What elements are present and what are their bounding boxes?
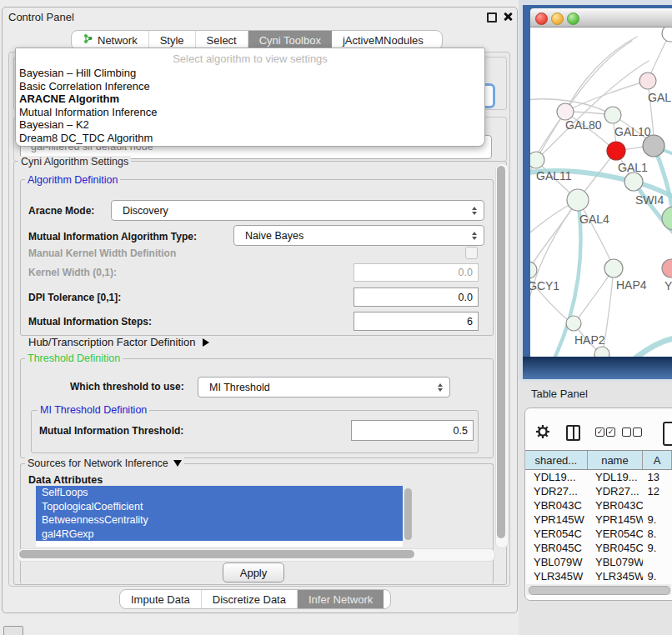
mi-threshold-label: Mutual Information Threshold: xyxy=(39,425,183,437)
tab-jactivemnodules[interactable]: jActiveMNodules xyxy=(332,31,434,49)
table-cell: YBR043C xyxy=(525,498,587,512)
zoom-traffic-light[interactable] xyxy=(567,12,579,25)
gear-icon[interactable] xyxy=(535,424,550,439)
tab-discretize-data[interactable]: Discretize Data xyxy=(202,590,298,608)
tab-label: Style xyxy=(160,34,184,47)
sources-title[interactable]: Sources for Network Inference xyxy=(25,458,184,469)
dpi-tolerance-field[interactable]: 0.0 xyxy=(354,288,479,307)
table-row[interactable]: YBR045CYBR045C9. xyxy=(525,541,672,555)
table-cell xyxy=(643,498,672,512)
data-attributes-list: SelfLoopsTopologicalCoefficientBetweenne… xyxy=(36,486,403,547)
table-row[interactable]: YDL19...YDL19...13 xyxy=(525,470,672,484)
tab-label: jActiveMNodules xyxy=(343,34,424,47)
network-node[interactable] xyxy=(624,172,643,191)
dropdown-item[interactable]: Mutual Information Inference xyxy=(16,106,484,119)
network-node-label: Y xyxy=(664,279,672,292)
network-node-label: SWI4 xyxy=(635,193,664,207)
close-icon[interactable] xyxy=(503,12,513,22)
network-node[interactable] xyxy=(557,103,574,120)
mi-threshold-field[interactable]: 0.5 xyxy=(351,420,474,441)
attributes-scrollbar-thumb[interactable] xyxy=(404,488,412,540)
network-node[interactable] xyxy=(607,142,625,160)
dropdown-item[interactable]: ARACNE Algorithm xyxy=(16,92,484,106)
minimize-traffic-light[interactable] xyxy=(551,12,564,25)
checked-checkbox-icon[interactable]: ✓ xyxy=(606,428,615,437)
unchecked-checkbox-icon[interactable] xyxy=(622,428,631,437)
tab-cyni-toolbox[interactable]: Cyni Toolbox xyxy=(248,31,332,49)
column-header[interactable]: name xyxy=(588,451,643,469)
network-edge[interactable] xyxy=(532,200,578,265)
network-node-label: HAP4 xyxy=(616,278,647,292)
network-node[interactable] xyxy=(566,316,581,331)
network-window-frame-shadow xyxy=(523,357,672,379)
network-node[interactable] xyxy=(604,107,621,123)
table-row[interactable]: YBR043CYBR043C xyxy=(525,498,672,512)
table-row[interactable]: YBL079WYBL079W xyxy=(525,555,672,569)
table-horizontal-scrollbar-thumb[interactable] xyxy=(529,586,670,595)
table-panel-title: Table Panel xyxy=(531,388,588,400)
network-node[interactable] xyxy=(530,152,544,168)
table-cell xyxy=(643,555,672,569)
tab-style[interactable]: Style xyxy=(149,31,196,49)
minimized-panel-box[interactable] xyxy=(3,626,23,635)
aracne-mode-combo[interactable]: Discovery xyxy=(111,200,484,221)
node-table: shared...nameAYDL19...YDL19...13YDR27...… xyxy=(525,450,672,598)
tab-select[interactable]: Select xyxy=(196,31,248,49)
table-cell: 9. xyxy=(643,512,672,527)
kernel-width-field[interactable]: 0.0 xyxy=(354,263,479,282)
column-header[interactable]: A xyxy=(643,451,672,469)
network-edge[interactable] xyxy=(530,200,578,310)
close-traffic-light[interactable] xyxy=(535,12,548,25)
float-window-icon[interactable] xyxy=(487,12,497,22)
table-row[interactable]: YPR145WYPR145W9. xyxy=(525,512,672,527)
tab-impute-data[interactable]: Impute Data xyxy=(120,590,202,608)
network-node[interactable] xyxy=(604,259,623,278)
table-function-icon[interactable] xyxy=(663,422,672,446)
tab-infer-network[interactable]: Infer Network xyxy=(298,590,384,608)
attribute-item[interactable]: gal4RGexp xyxy=(36,528,403,542)
settings-vertical-scrollbar-thumb[interactable] xyxy=(497,166,505,538)
network-node[interactable] xyxy=(639,72,656,89)
dropdown-item[interactable]: Dream8 DC_TDC Algorithm xyxy=(16,132,484,145)
algorithm-definition-title: Algorithm Definition xyxy=(25,174,120,186)
dropdown-item[interactable]: Basic Correlation Inference xyxy=(16,80,484,93)
data-attributes-label: Data Attributes xyxy=(28,474,103,486)
attribute-item[interactable]: SelfLoops xyxy=(36,486,403,500)
network-node[interactable] xyxy=(662,207,672,230)
dpi-tolerance-label: DPI Tolerance [0,1]: xyxy=(28,292,121,303)
mi-steps-field[interactable]: 6 xyxy=(354,312,479,331)
table-row[interactable]: YLR345WYLR345W9. xyxy=(525,569,672,583)
network-node-label: GAL80 xyxy=(565,118,602,132)
hub-definition-expander[interactable]: Hub/Transcription Factor Definition xyxy=(28,336,209,348)
network-node[interactable] xyxy=(594,347,609,357)
network-node[interactable] xyxy=(662,259,672,278)
settings-horizontal-scrollbar-thumb[interactable] xyxy=(19,550,414,558)
manual-kernel-width-checkbox[interactable] xyxy=(465,247,478,259)
table-row[interactable]: YDR27...YDR27...12 xyxy=(525,484,672,498)
attribute-item[interactable]: TopologicalCoefficient xyxy=(36,500,403,514)
dropdown-item[interactable]: Bayesian – K2 xyxy=(16,118,484,132)
table-cell: YBL079W xyxy=(587,555,643,569)
network-node-label: GAL11 xyxy=(536,169,572,182)
network-edge[interactable] xyxy=(635,338,672,357)
unchecked-checkbox-icon[interactable] xyxy=(633,428,642,437)
table-cell: YBR043C xyxy=(587,498,643,512)
attribute-item[interactable]: BetweennessCentrality xyxy=(36,513,403,528)
combo-spinner-icon xyxy=(438,383,443,392)
network-node[interactable] xyxy=(567,189,589,211)
network-edge[interactable] xyxy=(565,37,637,112)
network-node[interactable] xyxy=(662,28,672,42)
network-icon xyxy=(83,33,93,47)
algorithm-dropdown-list: Bayesian – Hill ClimbingBasic Correlatio… xyxy=(16,67,484,144)
apply-button[interactable]: Apply xyxy=(223,562,284,582)
column-header[interactable]: shared... xyxy=(525,451,588,469)
mi-algorithm-type-combo[interactable]: Naive Bayes xyxy=(233,225,484,246)
table-row[interactable]: YER054CYER054C8. xyxy=(525,527,672,541)
dropdown-item[interactable]: Bayesian – Hill Climbing xyxy=(16,67,484,80)
network-view-canvas[interactable]: GALGAL80GAL10GAL1GAL11SWI4GAL4GCY1HAP4YH… xyxy=(530,28,672,357)
checked-checkbox-icon[interactable]: ✓ xyxy=(595,428,604,437)
tab-label: Network xyxy=(98,34,138,47)
show-columns-icon[interactable] xyxy=(566,425,580,441)
tab-network[interactable]: Network xyxy=(72,31,149,49)
which-threshold-combo[interactable]: MI Threshold xyxy=(198,377,450,398)
